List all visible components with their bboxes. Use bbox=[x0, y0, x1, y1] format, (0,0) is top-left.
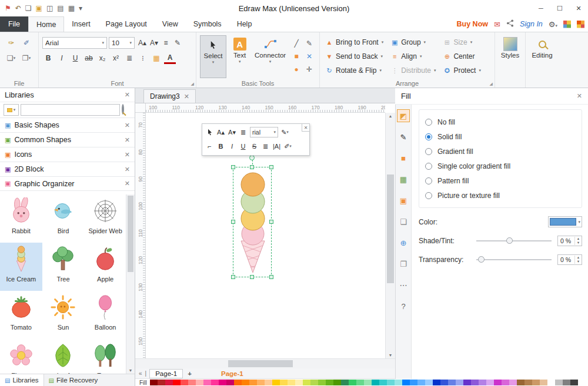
palette-swatch[interactable] bbox=[433, 380, 440, 385]
drawing-canvas[interactable]: ✕ A▴A▾≣ rial ▾ ✎▾ ⌐ BIUS≣|A| ✐▾ bbox=[146, 113, 385, 358]
font-row2-button-9[interactable]: A bbox=[164, 52, 176, 64]
float-row1-button-0[interactable]: A▴ bbox=[216, 127, 225, 138]
transparency-slider[interactable] bbox=[476, 259, 552, 260]
horizontal-scrollbar[interactable] bbox=[135, 358, 395, 368]
fill-option-pattern-fill[interactable]: Pattern fill bbox=[425, 173, 576, 188]
export-icon[interactable]: ▦ bbox=[68, 5, 75, 12]
library-item-rabbit[interactable]: Rabbit bbox=[0, 194, 42, 243]
fill-option-solid-fill[interactable]: Solid fill bbox=[425, 129, 576, 144]
close-icon[interactable]: ✕ bbox=[125, 166, 130, 173]
bottom-tab-file-recovery[interactable]: ▤File Recovery bbox=[44, 374, 103, 386]
help-tool-icon[interactable]: ? bbox=[397, 300, 410, 313]
palette-swatch[interactable] bbox=[524, 380, 532, 385]
library-scrollbar[interactable]: ▼ bbox=[126, 194, 135, 374]
scroll-up-icon[interactable]: ▲ bbox=[386, 114, 395, 118]
close-icon[interactable]: ✕ bbox=[125, 136, 130, 144]
palette-swatch[interactable] bbox=[349, 380, 356, 385]
arrange-distribute[interactable]: ⋮Distribute▾ bbox=[389, 63, 437, 78]
close-icon[interactable]: ✕ bbox=[577, 92, 582, 100]
palette-swatch[interactable] bbox=[265, 380, 272, 385]
tab-symbols[interactable]: Symbols bbox=[186, 16, 229, 32]
arrange-rotate-flip[interactable]: ↻Rotate & Flip▾ bbox=[323, 63, 385, 78]
float-row1-button-1[interactable]: A▾ bbox=[228, 127, 236, 138]
copy-icon[interactable]: ❐▾ bbox=[21, 52, 32, 64]
palette-swatch[interactable] bbox=[288, 380, 295, 385]
library-item-leaf[interactable]: Leaf bbox=[42, 339, 85, 374]
font-row2-button-7[interactable]: ⁝ bbox=[137, 52, 149, 64]
font-row1-button-0[interactable]: A▴ bbox=[136, 37, 148, 49]
arrange-group[interactable]: ▣Group▾ bbox=[389, 35, 437, 49]
library-item-tomato[interactable]: Tomato bbox=[0, 291, 42, 339]
close-button[interactable]: ✕ bbox=[569, 1, 588, 16]
palette-swatch[interactable] bbox=[242, 380, 249, 385]
float-row2-button-0[interactable]: B bbox=[216, 141, 225, 152]
undo-icon[interactable]: ↶ bbox=[15, 5, 21, 12]
palette-swatch[interactable] bbox=[356, 380, 364, 385]
close-icon[interactable]: ✕ bbox=[125, 122, 130, 129]
shade-spinner[interactable]: 0 % ▲▼ bbox=[557, 236, 582, 246]
palette-swatch[interactable] bbox=[517, 380, 524, 385]
palette-swatch[interactable] bbox=[563, 380, 570, 385]
format-painter-icon[interactable]: ✑ bbox=[5, 37, 17, 49]
close-icon[interactable]: ✕ bbox=[302, 123, 310, 132]
tab-page-layout[interactable]: Page Layout bbox=[98, 16, 155, 32]
fill-option-no-fill[interactable]: No fill bbox=[425, 115, 576, 129]
brush-icon[interactable]: ✐ bbox=[21, 37, 32, 49]
palette-swatch[interactable] bbox=[303, 380, 310, 385]
spinner-up-icon[interactable]: ▲ bbox=[577, 237, 580, 241]
palette-swatch[interactable] bbox=[310, 380, 318, 385]
palette-swatch[interactable] bbox=[364, 380, 372, 385]
palette-swatch[interactable] bbox=[486, 380, 494, 385]
fill-option-single-color-gradient-fill[interactable]: Single color gradient fill bbox=[425, 159, 576, 173]
selection-handle-nw[interactable] bbox=[231, 165, 235, 169]
float-row2-button-1[interactable]: I bbox=[228, 141, 236, 152]
shade-slider[interactable] bbox=[476, 240, 552, 241]
palette-swatch[interactable] bbox=[425, 380, 433, 385]
pen-tool-icon[interactable]: ✎ bbox=[397, 130, 410, 143]
close-icon[interactable]: ✕ bbox=[125, 151, 130, 159]
library-section-common-shapes[interactable]: ▣Common Shapes✕ bbox=[0, 132, 135, 147]
maximize-button[interactable]: ☐ bbox=[550, 1, 569, 16]
tab-insert[interactable]: Insert bbox=[64, 16, 98, 32]
library-item-flower[interactable]: Flower bbox=[0, 339, 42, 374]
palette-swatch[interactable] bbox=[540, 380, 547, 385]
editing-button[interactable]: Editing bbox=[527, 35, 557, 59]
font-size-combo[interactable]: 10 ▾ bbox=[109, 37, 135, 49]
font-family-combo[interactable]: Arial ▾ bbox=[42, 37, 107, 49]
line-tool-icon[interactable]: ╱ bbox=[290, 38, 302, 49]
library-item-tree[interactable]: Tree bbox=[42, 243, 85, 291]
float-row1-button-2[interactable]: ≣ bbox=[239, 127, 248, 138]
font-row2-button-3[interactable]: ab bbox=[83, 52, 95, 64]
spinner-up-icon[interactable]: ▲ bbox=[577, 256, 580, 260]
select-tool-button[interactable]: Select ▾ bbox=[200, 35, 226, 78]
palette-swatch[interactable] bbox=[150, 380, 158, 385]
spinner-down-icon[interactable]: ▼ bbox=[577, 260, 580, 264]
scroll-down-icon[interactable]: ▼ bbox=[386, 353, 395, 357]
font-row1-button-2[interactable]: ≡ bbox=[160, 37, 172, 49]
selection-handle-se[interactable] bbox=[269, 275, 273, 279]
float-row2-button-3[interactable]: S bbox=[250, 141, 259, 152]
font-row2-button-1[interactable]: I bbox=[56, 52, 68, 64]
library-section-graphic-organizer[interactable]: ▣Graphic Organizer✕ bbox=[0, 176, 135, 191]
minimize-button[interactable]: ─ bbox=[532, 1, 550, 16]
add-page-button[interactable]: + bbox=[186, 370, 193, 377]
palette-swatch[interactable] bbox=[188, 380, 196, 385]
palette-swatch[interactable] bbox=[417, 380, 425, 385]
arrange-center[interactable]: ⊕Center bbox=[441, 49, 483, 63]
bottom-tab-libraries[interactable]: ▤Libraries bbox=[0, 374, 44, 386]
transparency-spinner[interactable]: 0 % ▲▼ bbox=[557, 254, 582, 265]
export-tool-icon[interactable]: ❐ bbox=[397, 257, 410, 270]
palette-swatch[interactable] bbox=[479, 380, 486, 385]
palette-swatch[interactable] bbox=[440, 380, 448, 385]
apps-grid-icon[interactable] bbox=[577, 21, 584, 28]
library-filter-combo[interactable]: ▾ bbox=[4, 104, 19, 116]
comment-tool-icon[interactable]: ⋯ bbox=[397, 278, 410, 291]
fill-tool-icon[interactable]: ◩ bbox=[397, 109, 410, 122]
float-font-combo[interactable]: rial ▾ bbox=[250, 127, 278, 137]
corner-style-icon[interactable]: ⌐ bbox=[205, 141, 214, 152]
mail-icon[interactable]: ✉ bbox=[494, 20, 500, 29]
open-folder-icon[interactable]: ▣ bbox=[36, 5, 42, 12]
print-icon[interactable]: ▤ bbox=[57, 5, 64, 12]
palette-swatch[interactable] bbox=[333, 380, 341, 385]
font-row2-button-6[interactable]: ≣ bbox=[123, 52, 135, 64]
